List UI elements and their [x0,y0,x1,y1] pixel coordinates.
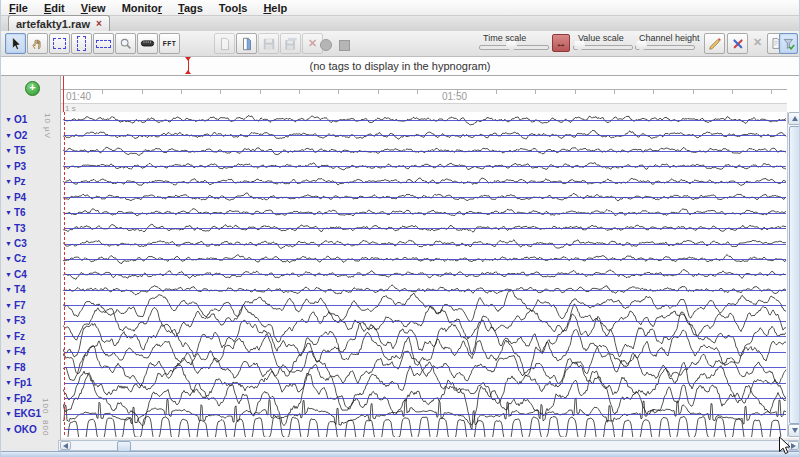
channel-label-T4[interactable]: ▼T4 [5,282,26,297]
channel-dropdown-icon[interactable]: ▼ [5,132,12,139]
channel-dropdown-icon[interactable]: ▼ [5,333,12,340]
channel-label-T3[interactable]: ▼T3 [5,221,26,236]
menu-bar: FileEditViewMonitorTagsToolsHelp [1,0,799,16]
menu-file[interactable]: File [1,2,36,14]
channel-label-C3[interactable]: ▼C3 [5,236,27,251]
channel-dropdown-icon[interactable]: ▼ [5,302,12,309]
menu-tools[interactable]: Tools [211,2,256,14]
fft-tool-button[interactable]: FFT [159,33,180,54]
channel-dropdown-icon[interactable]: ▼ [5,379,12,386]
channel-dropdown-icon[interactable]: ▼ [5,348,12,355]
channel-name: C3 [14,238,27,249]
channel-height-slider-thumb[interactable] [636,41,647,52]
channel-dropdown-icon[interactable]: ▼ [5,364,12,371]
channel-label-O1[interactable]: ▼O1 [5,112,27,127]
open-tag-document-button[interactable] [236,33,257,54]
channel-label-Cz[interactable]: ▼Cz [5,251,26,266]
zoom-tool-button[interactable] [115,33,136,54]
channel-label-T6[interactable]: ▼T6 [5,205,26,220]
menu-edit[interactable]: Edit [36,2,73,14]
tab-artefakty1-raw[interactable]: artefakty1.raw × [8,15,110,31]
channel-dropdown-icon[interactable]: ▼ [5,163,12,170]
channel-dropdown-icon[interactable]: ▼ [5,225,12,232]
hand-icon [31,37,45,51]
channel-label-F4[interactable]: ▼F4 [5,344,26,359]
channel-dropdown-icon[interactable]: ▼ [5,426,12,433]
hand-tool-button[interactable] [27,33,48,54]
channel-label-Fp2[interactable]: ▼Fp2 [5,391,32,406]
window-bottom-frame [1,451,799,457]
menu-tags[interactable]: Tags [170,2,211,14]
channel-label-T5[interactable]: ▼T5 [5,143,26,158]
ruler-tool-button[interactable] [137,33,158,54]
channel-dropdown-icon[interactable]: ▼ [5,271,12,278]
hypnogram-panel[interactable]: (no tags to display in the hypnogram) [1,57,799,76]
time-tick [535,90,536,94]
channel-dropdown-icon[interactable]: ▼ [5,395,12,402]
pencil-icon [708,37,722,51]
time-label-start: 01:40 [66,91,91,102]
channel-dropdown-icon[interactable]: ▼ [5,286,12,293]
crossed-tools-icon [731,37,745,51]
tab-bar: artefakty1.raw × [1,16,799,32]
signal-traces-canvas[interactable] [63,112,787,437]
select-row-icon [96,40,111,48]
vscroll-thumb[interactable] [789,126,800,424]
time-ruler[interactable]: 01:40 01:50 1 s [61,76,787,112]
channel-gutter: + ▼O1▼O2▼T5▼P3▼Pz▼P4▼T6▼T3▼C3▼Cz▼C4▼T4▼F… [1,76,61,451]
record-icon[interactable] [320,39,332,51]
menu-monitor[interactable]: Monitor [114,2,170,14]
vscroll-up-button[interactable] [788,112,800,125]
channel-height-label: Channel height [639,33,700,43]
channel-label-F3[interactable]: ▼F3 [5,313,26,328]
channel-label-OKO[interactable]: ▼OKO [5,422,37,437]
vertical-scrollbar[interactable] [787,112,800,437]
filter-toggle-button[interactable] [779,33,798,54]
value-scale-slider-thumb[interactable] [574,41,585,52]
channel-label-Fp1[interactable]: ▼Fp1 [5,375,32,390]
new-tag-document-button[interactable] [214,33,235,54]
channel-name: F8 [14,362,26,373]
horizontal-scrollbar[interactable] [58,440,800,451]
channel-dropdown-icon[interactable]: ▼ [5,194,12,201]
channel-label-EKG1[interactable]: ▼EKG1 [5,406,41,421]
channel-label-P4[interactable]: ▼P4 [5,190,26,205]
channel-label-P3[interactable]: ▼P3 [5,159,26,174]
channel-name: Fp1 [14,377,32,388]
channel-dropdown-icon[interactable]: ▼ [5,178,12,185]
select-tool-button[interactable] [5,33,26,54]
channel-dropdown-icon[interactable]: ▼ [5,240,12,247]
channel-name: O2 [14,130,27,141]
montage-editor-button[interactable] [727,33,748,54]
add-button[interactable]: + [25,81,40,96]
channel-name: F7 [14,300,26,311]
channel-label-Pz[interactable]: ▼Pz [5,174,26,189]
time-scale-lock-button[interactable]: ↔ [552,34,570,52]
channel-label-Fz[interactable]: ▼Fz [5,329,25,344]
channel-dropdown-icon[interactable]: ▼ [5,255,12,262]
menu-help[interactable]: Help [255,2,295,14]
channel-dropdown-icon[interactable]: ▼ [5,116,12,123]
edit-signal-params-button[interactable] [704,33,725,54]
select-column-button[interactable] [71,33,92,54]
menu-view[interactable]: View [73,2,114,14]
channel-dropdown-icon[interactable]: ▼ [5,410,12,417]
tab-close-icon[interactable]: × [96,19,102,29]
channel-label-F7[interactable]: ▼F7 [5,298,26,313]
select-region-button[interactable] [49,33,70,54]
channel-label-C4[interactable]: ▼C4 [5,267,27,282]
tab-title: artefakty1.raw [16,18,90,30]
save-tags-as-button[interactable] [280,33,301,54]
time-scale-slider-thumb[interactable] [506,41,517,52]
channel-dropdown-icon[interactable]: ▼ [5,209,12,216]
hscale-arrows-icon: ↔ [556,37,567,49]
channel-label-O2[interactable]: ▼O2 [5,128,27,143]
channel-label-F8[interactable]: ▼F8 [5,360,26,375]
hscroll-left-button[interactable] [60,441,71,450]
save-tags-button[interactable] [258,33,279,54]
stop-icon[interactable] [339,40,350,51]
channel-dropdown-icon[interactable]: ▼ [5,317,12,324]
channel-dropdown-icon[interactable]: ▼ [5,147,12,154]
time-tick [338,90,339,94]
select-row-button[interactable] [93,33,114,54]
